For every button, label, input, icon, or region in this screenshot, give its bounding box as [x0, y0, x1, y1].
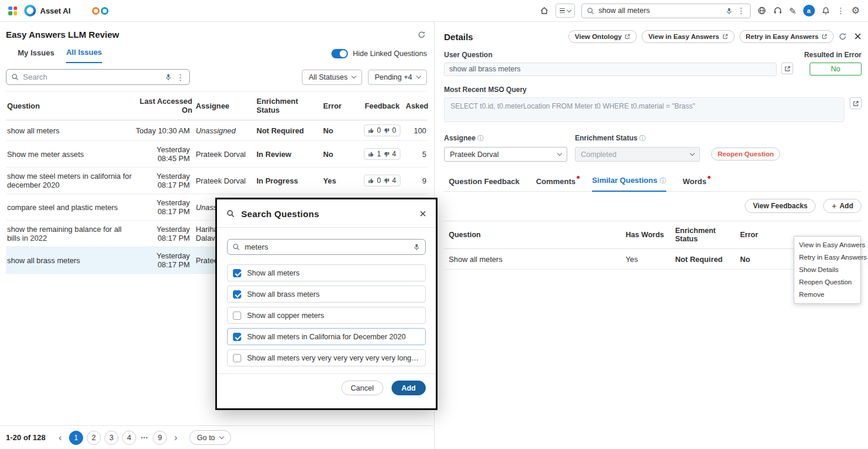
question-option[interactable]: Show all meters [227, 264, 426, 281]
menu-item-retry-in-easy-answers[interactable]: Retry in Easy Answers [794, 251, 860, 264]
next-page-button[interactable]: › [170, 432, 181, 444]
checkbox-checked-icon[interactable] [233, 269, 241, 277]
view-ontology-button[interactable]: View Ontology [568, 30, 637, 43]
app-switcher-icon[interactable] [8, 6, 17, 15]
support-headset-icon[interactable] [773, 6, 782, 15]
close-icon[interactable]: × [854, 30, 862, 43]
retry-in-easy-answers-button[interactable]: Retry in Easy Answers [739, 30, 834, 43]
search-icon [232, 243, 240, 251]
more-kebab-icon[interactable]: ⋮ [837, 6, 845, 15]
external-link-icon [784, 65, 791, 72]
user-question-value[interactable]: show all brass meters [444, 63, 777, 76]
tab-my-issues[interactable]: My Issues [18, 48, 54, 63]
page-button-4[interactable]: 4 [122, 431, 136, 445]
search-scope-select[interactable] [555, 4, 575, 18]
bell-icon[interactable] [821, 6, 830, 15]
checkbox-checked-icon[interactable] [233, 333, 241, 341]
page-button-9[interactable]: 9 [153, 431, 167, 445]
refresh-icon[interactable] [417, 31, 426, 39]
page-button-2[interactable]: 2 [87, 431, 101, 445]
tab-all-issues[interactable]: All Issues [66, 48, 102, 63]
external-link-icon [722, 34, 728, 40]
issues-search-input[interactable] [23, 73, 160, 81]
info-icon: ⓘ [639, 135, 646, 142]
goto-page-select[interactable]: Go to [189, 430, 231, 445]
view-in-easy-answers-button[interactable]: View in Easy Answers [642, 30, 734, 43]
external-link-icon [624, 34, 630, 40]
gear-icon[interactable]: ⚙ [851, 6, 860, 15]
notification-dot [708, 176, 711, 179]
menu-item-view-in-easy-answers[interactable]: View in Easy Answers [794, 239, 860, 251]
search-kebab-icon[interactable]: ⋮ [176, 73, 185, 82]
issues-search[interactable]: ⋮ [6, 69, 190, 85]
tab-question-feedback[interactable]: Question Feedback [449, 177, 520, 191]
checkbox-unchecked-icon[interactable] [233, 312, 241, 320]
assignee-select[interactable]: Prateek Dorval [444, 147, 567, 162]
modal-search[interactable] [227, 239, 426, 255]
tab-comments[interactable]: Comments [536, 177, 576, 191]
prev-page-button[interactable]: ‹ [55, 432, 65, 444]
col-feedback: Feedback [360, 91, 405, 120]
page-button-3[interactable]: 3 [104, 431, 119, 445]
mic-icon[interactable] [413, 243, 420, 251]
question-option[interactable]: Show all brass meters [227, 286, 426, 303]
status-filter-select[interactable]: All Statuses [302, 70, 362, 85]
cancel-button[interactable]: Cancel [341, 381, 383, 395]
mic-icon[interactable] [165, 73, 172, 81]
col-enrichment: Enrichment Status [670, 221, 735, 249]
reopen-question-button[interactable]: Reopen Question [711, 148, 780, 160]
enrichment-status-select[interactable]: Completed [575, 147, 700, 162]
enrichment-filter-label: Pending +4 [374, 73, 412, 81]
thumb-down-icon [383, 151, 390, 158]
refresh-icon[interactable] [839, 32, 847, 41]
question-option[interactable]: Show all copper meters [227, 307, 426, 324]
table-row[interactable]: show me steel meters in california for d… [6, 168, 428, 194]
expand-question-button[interactable] [781, 63, 793, 74]
page-title: Easy Answers LLM Review [6, 30, 119, 40]
feedback-chip[interactable]: 04 [364, 175, 400, 186]
hide-linked-toggle-label: Hide Linked Questions [353, 50, 427, 58]
table-row[interactable]: Show me meter assets Yesterday 08:45 PM … [6, 141, 428, 168]
details-panel: Details View Ontology View in Easy Answe… [435, 22, 868, 449]
add-similar-question-button[interactable]: + Add [823, 199, 862, 213]
enrichment-filter-select[interactable]: Pending +4 [368, 70, 427, 85]
add-button[interactable]: Add [392, 381, 426, 395]
home-icon[interactable] [540, 6, 549, 15]
global-search[interactable]: ⋮ [581, 4, 751, 18]
col-assignee: Assignee [195, 91, 255, 120]
page-button-1[interactable]: 1 [69, 431, 83, 445]
mic-icon[interactable] [725, 7, 733, 15]
menu-item-reopen-question[interactable]: Reopen Question [794, 276, 860, 289]
app-root: Asset AI ⋮ [0, 0, 868, 449]
brand[interactable]: Asset AI [24, 5, 71, 17]
view-feedbacks-button[interactable]: View Feedbacks [745, 199, 816, 213]
enrichment-status-label: Enrichment Statusⓘ [575, 134, 700, 143]
modal-search-input[interactable] [245, 242, 408, 251]
chevron-down-icon [416, 74, 421, 78]
global-search-input[interactable] [599, 6, 721, 15]
pen-icon[interactable]: ✎ [789, 6, 797, 15]
question-option[interactable]: Show all meters in California for Decemb… [227, 328, 426, 345]
alation-logo-icon[interactable] [92, 7, 108, 15]
search-kebab-icon[interactable]: ⋮ [737, 6, 745, 15]
menu-item-remove[interactable]: Remove [794, 289, 860, 301]
mso-query-value[interactable]: SELECT t0.id, t0.meterLocation FROM Mete… [444, 97, 844, 122]
globe-icon[interactable] [757, 6, 767, 15]
checkbox-unchecked-icon[interactable] [233, 354, 241, 362]
checkbox-checked-icon[interactable] [233, 290, 241, 299]
question-option[interactable]: Show all meters very very very very very… [227, 349, 426, 366]
thumb-up-icon [368, 127, 374, 134]
tab-words[interactable]: Words [683, 177, 706, 191]
row-context-menu: View in Easy Answers Retry in Easy Answe… [794, 236, 861, 304]
expand-query-button[interactable] [850, 97, 862, 109]
feedback-chip[interactable]: 00 [364, 124, 400, 136]
feedback-chip[interactable]: 14 [364, 148, 400, 160]
hide-linked-toggle[interactable] [331, 49, 348, 58]
tab-similar-questions[interactable]: Similar Questionsⓘ [592, 176, 666, 192]
details-tabs: Question Feedback Comments Similar Quest… [444, 176, 862, 192]
brand-name: Asset AI [40, 6, 71, 15]
menu-item-show-details[interactable]: Show Details [794, 264, 860, 276]
avatar[interactable]: a [803, 5, 815, 17]
close-icon[interactable]: × [419, 208, 426, 219]
table-row[interactable]: show all meters Today 10:30 AM Unassigne… [6, 120, 428, 141]
